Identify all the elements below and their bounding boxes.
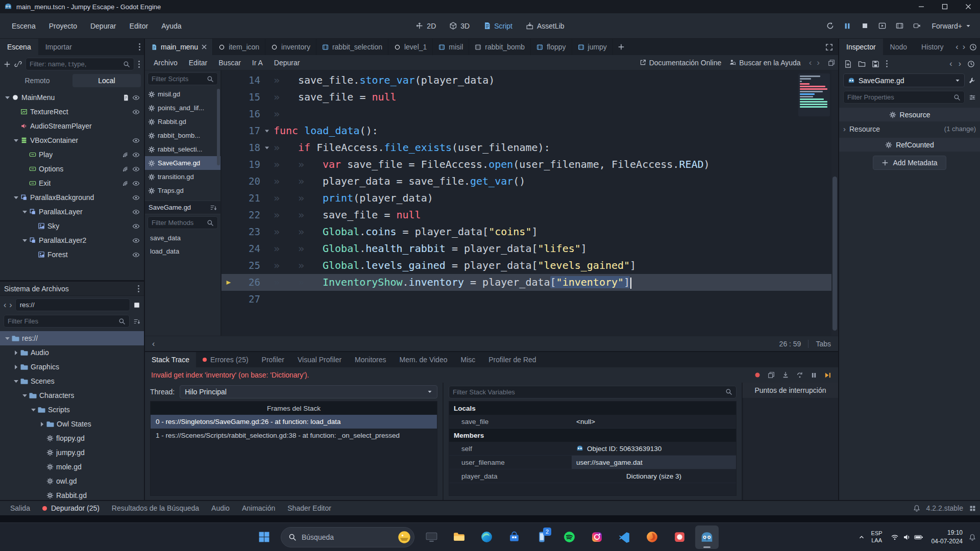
code-scrollbar-thumb[interactable] (832, 177, 837, 331)
breakpoints-list[interactable] (743, 398, 838, 500)
menu-depurar[interactable]: Depurar (84, 18, 123, 34)
group-expand-arrow[interactable]: › (843, 124, 846, 133)
thread-select[interactable]: Hilo Principal (180, 385, 437, 398)
eye-icon[interactable] (132, 108, 140, 116)
tree-arrow[interactable] (29, 407, 38, 413)
save-resource-button[interactable] (872, 60, 879, 68)
tab-nodo[interactable]: Nodo (883, 39, 914, 55)
taskbar-app-godot[interactable] (695, 525, 719, 549)
code-line[interactable]: 22»»save_file = null (222, 207, 838, 223)
debugger-tab-profiler[interactable]: Profiler (255, 352, 291, 367)
breakpoint-gutter[interactable] (222, 274, 236, 291)
scene-tab-item_icon[interactable]: item_icon (213, 39, 265, 55)
script-filter-input[interactable] (152, 75, 204, 83)
tree-arrow[interactable] (3, 95, 12, 101)
tree-row[interactable]: Graphics (0, 360, 144, 374)
signal-icon[interactable] (122, 165, 129, 172)
breakpoint-gutter[interactable] (222, 89, 236, 106)
dock-menu-icon[interactable] (138, 43, 141, 51)
eye-icon[interactable] (132, 151, 140, 159)
stack-frame-row[interactable]: 0 - res://Singletons/SaveGame.gd:26 - at… (151, 415, 437, 429)
script-history-back-button[interactable]: ‹ (809, 58, 812, 68)
tree-row[interactable]: Sky (0, 219, 144, 233)
eye-icon[interactable] (132, 237, 140, 244)
eye-icon[interactable] (132, 194, 140, 202)
code-line[interactable]: 17func load_data(): (222, 122, 838, 139)
search-help-link[interactable]: Buscar en la Ayuda (729, 59, 800, 67)
start-button[interactable] (252, 525, 276, 549)
current-script-selector[interactable]: SaveGame.gd (145, 201, 220, 214)
breakpoint-gutter[interactable] (222, 257, 236, 274)
bottom-panel-depurador-25-[interactable]: Depurador (25) (36, 501, 106, 515)
tree-arrow[interactable] (12, 350, 20, 356)
script-menu-buscar[interactable]: Buscar (213, 57, 247, 69)
tree-arrow[interactable] (3, 336, 12, 341)
tree-arrow[interactable] (12, 364, 20, 370)
taskbar-app-edge[interactable] (475, 525, 498, 549)
eye-icon[interactable] (132, 180, 140, 187)
new-tab-button[interactable] (613, 39, 629, 55)
menu-editor[interactable]: Editor (123, 18, 155, 34)
remote-toggle[interactable]: Remoto (3, 74, 71, 87)
scene-tab-inventory[interactable]: inventory (265, 39, 316, 55)
tree-row[interactable]: ParallaxLayer (0, 205, 144, 219)
taskbar-app-instagram[interactable] (585, 525, 608, 549)
taskbar-app-firefox[interactable] (640, 525, 664, 549)
breakpoint-gutter[interactable] (222, 106, 236, 122)
variable-value[interactable]: user://save_game.dat (572, 456, 736, 469)
tree-row[interactable]: Audio (0, 345, 144, 360)
tray-status-icons[interactable] (889, 530, 925, 544)
file-filter-input[interactable] (8, 317, 115, 325)
minimize-button[interactable] (910, 0, 933, 13)
continue-button[interactable] (824, 371, 832, 379)
property-filter-input[interactable] (847, 93, 950, 101)
script-list-scrollbar[interactable] (217, 89, 220, 165)
scriptbadge-icon[interactable] (122, 94, 129, 101)
script-history-forward-button[interactable]: › (817, 58, 820, 68)
distraction-free-icon[interactable] (825, 43, 833, 51)
code-line[interactable]: 18»if FileAccess.file_exists(user_filena… (222, 139, 838, 156)
breakpoint-gutter[interactable] (222, 173, 236, 190)
debugger-tab-misc[interactable]: Misc (454, 352, 482, 367)
debugger-tab-visual-profiler[interactable]: Visual Profiler (291, 352, 348, 367)
copy-error-button[interactable] (768, 371, 775, 379)
property-options-button[interactable] (969, 94, 976, 101)
tree-row[interactable]: ParallaxLayer2 (0, 233, 144, 247)
history-forward-button[interactable]: › (959, 60, 961, 68)
breakpoint-gutter[interactable] (222, 190, 236, 207)
resource-extra-button[interactable] (886, 60, 888, 68)
break-button[interactable] (811, 372, 817, 379)
nav-back-button[interactable]: ‹ (4, 301, 6, 309)
tree-row[interactable]: ParallaxBackground (0, 190, 144, 205)
language-indicator[interactable]: ESP LAA (871, 530, 883, 544)
bottom-panel-audio[interactable]: Audio (205, 501, 236, 515)
eye-icon[interactable] (132, 208, 140, 216)
workspace-assetlib[interactable]: AssetLib (520, 18, 570, 34)
code-line[interactable]: 26»»InventoryShow.inventory = player_dat… (222, 274, 838, 291)
scene-tab-misil[interactable]: misil (433, 39, 469, 55)
workspace-3d[interactable]: 3D (444, 18, 475, 34)
script-menu-depurar[interactable]: Depurar (268, 57, 306, 69)
dock-tab-importar[interactable]: Importar (38, 39, 79, 55)
tree-row[interactable]: Scripts (0, 403, 144, 417)
eye-icon[interactable] (132, 251, 140, 259)
script-list-item[interactable]: rabbit_selecti... (145, 142, 220, 156)
maximize-button[interactable] (933, 0, 957, 13)
online-docs-link[interactable]: Documentación Online (640, 59, 722, 67)
code-line[interactable]: 16» (222, 106, 838, 122)
pause-button[interactable] (841, 19, 854, 33)
breakpoint-gutter[interactable] (222, 223, 236, 240)
tree-row[interactable]: TextureRect (0, 105, 144, 119)
tree-arrow[interactable] (12, 195, 20, 201)
restart-button[interactable] (823, 19, 837, 33)
play-custom-scene-button[interactable] (893, 19, 906, 33)
edited-object-selector[interactable]: SaveGame.gd (843, 73, 965, 87)
edit-history-button[interactable] (967, 60, 975, 68)
menu-ayuda[interactable]: Ayuda (155, 18, 188, 34)
fold-arrow-icon[interactable] (260, 122, 274, 139)
fold-arrow-icon[interactable] (260, 139, 274, 156)
scene-tab-main_menu[interactable]: main_menu (145, 39, 213, 55)
tree-row[interactable]: floppy.gd (0, 431, 144, 445)
scene-tab-level_1[interactable]: level_1 (388, 39, 433, 55)
hscroll-left-arrow[interactable]: ‹ (152, 340, 155, 348)
